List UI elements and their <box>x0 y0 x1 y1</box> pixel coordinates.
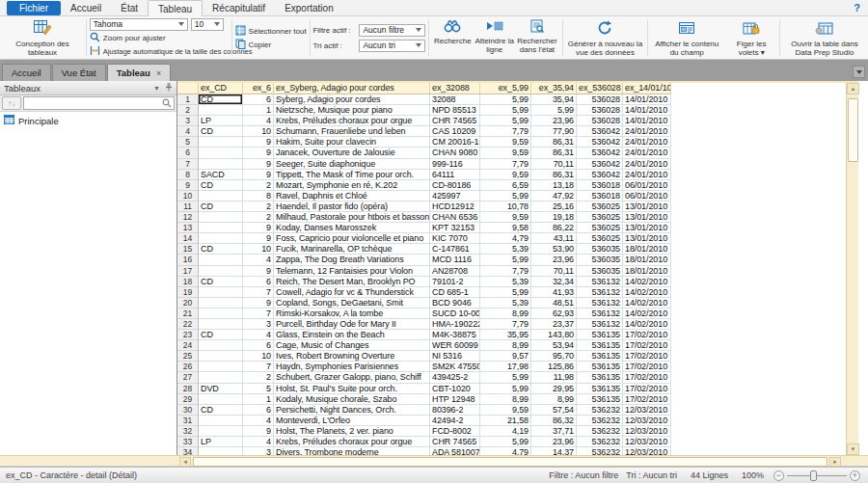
menu-tab-recapitulatif[interactable]: Récapitulatif <box>203 0 275 16</box>
table-cell[interactable]: 536018 <box>577 180 623 191</box>
table-cell[interactable]: 7 <box>243 309 274 319</box>
table-cell[interactable]: 536135 <box>577 362 623 372</box>
pin-icon[interactable] <box>165 82 173 94</box>
row-number[interactable]: 18 <box>177 277 199 287</box>
table-cell[interactable]: FCD-8002 <box>430 426 480 437</box>
table-cell[interactable]: 5,99 <box>480 437 531 447</box>
table-cell[interactable]: 14/02/2010 <box>623 319 671 330</box>
zoom-fit-button[interactable]: Zoom pour ajuster <box>90 31 229 44</box>
scroll-up-icon[interactable]: ▲ <box>847 83 859 94</box>
table-cell[interactable]: Cage, Music of Changes <box>274 340 430 351</box>
table-cell[interactable]: 5,99 <box>480 105 531 116</box>
table-cell[interactable]: Purcell, Birthday Ode for Mary II <box>274 319 430 330</box>
table-cell[interactable]: ADA 581007 <box>430 447 480 455</box>
table-cell[interactable] <box>199 351 243 362</box>
table-cell[interactable]: 21,58 <box>480 416 531 426</box>
table-cell[interactable]: 12/03/2010 <box>623 426 671 437</box>
table-cell[interactable]: HMA-190222 <box>430 319 480 330</box>
row-number[interactable]: 9 <box>177 180 199 191</box>
row-number[interactable]: 13 <box>177 223 199 233</box>
table-cell[interactable]: 23,96 <box>531 116 577 126</box>
table-cell[interactable]: 9 <box>243 298 274 309</box>
table-cell[interactable]: 9 <box>243 233 274 244</box>
table-cell[interactable]: CD-80186 <box>430 180 480 191</box>
row-number[interactable]: 5 <box>177 137 199 148</box>
table-cell[interactable]: CD <box>199 330 243 340</box>
table-cell[interactable]: 13/01/2010 <box>623 233 671 244</box>
table-cell[interactable]: 536232 <box>577 416 623 426</box>
table-cell[interactable]: CM 20016-16 <box>430 137 480 148</box>
table-cell[interactable]: 536232 <box>577 437 623 447</box>
table-cell[interactable]: 24/01/2010 <box>623 137 671 148</box>
table-cell[interactable]: CHAN 6536 <box>430 212 480 223</box>
table-cell[interactable]: 536232 <box>577 405 623 416</box>
table-list-item-principale[interactable]: Principale <box>0 114 176 127</box>
column-header[interactable]: ex_CD <box>199 83 243 94</box>
table-cell[interactable]: 4 <box>243 330 274 340</box>
table-cell[interactable]: 9,59 <box>480 212 531 223</box>
table-cell[interactable]: 1 <box>243 394 274 405</box>
table-cell[interactable]: CD <box>199 405 243 416</box>
table-cell[interactable]: 8,99 <box>480 309 531 319</box>
table-cell[interactable]: Janacek, Ouverture de Jalousie <box>274 148 430 158</box>
table-design-button[interactable]: Conception des tableaux <box>2 18 83 57</box>
table-cell[interactable]: 53,90 <box>531 244 577 255</box>
table-cell[interactable]: 5,39 <box>480 244 531 255</box>
table-cell[interactable]: 17/02/2010 <box>623 351 671 362</box>
table-cell[interactable]: NPD 85513 <box>430 105 480 116</box>
table-cell[interactable] <box>199 362 243 372</box>
table-cell[interactable]: HTP 12948 <box>430 394 480 405</box>
row-number[interactable]: 21 <box>177 309 199 319</box>
table-cell[interactable]: 536035 <box>577 244 623 255</box>
table-cell[interactable]: 125,86 <box>531 362 577 372</box>
table-cell[interactable]: 80396-2 <box>430 405 480 416</box>
table-cell[interactable]: 14/02/2010 <box>623 298 671 309</box>
filter-select[interactable]: Aucun filtre <box>359 24 424 37</box>
table-cell[interactable]: 12/03/2010 <box>623 405 671 416</box>
table-cell[interactable]: 536132 <box>577 309 623 319</box>
table-cell[interactable]: 536028 <box>577 94 623 105</box>
table-cell[interactable]: 12/03/2010 <box>623 447 671 455</box>
table-cell[interactable]: Fucik, Marinarella, OP tchèque <box>274 244 430 255</box>
font-size-select[interactable]: 10 <box>191 18 224 31</box>
table-cell[interactable]: 70,11 <box>531 159 577 170</box>
table-cell[interactable]: 24/01/2010 <box>623 170 671 180</box>
table-cell[interactable]: Reich, The Desert Man, Brooklyn PO <box>274 277 430 287</box>
scroll-down-icon[interactable]: ▼ <box>847 443 859 455</box>
help-icon[interactable]: ? <box>854 2 860 13</box>
table-cell[interactable] <box>199 233 243 244</box>
table-cell[interactable]: 2 <box>243 201 274 212</box>
table-cell[interactable]: 25,16 <box>531 201 577 212</box>
table-cell[interactable]: CD 685-1 <box>430 287 480 298</box>
table-cell[interactable]: CHR 74565 <box>430 116 480 126</box>
table-cell[interactable]: 2 <box>243 180 274 191</box>
table-cell[interactable]: Krebs, Préludes choraux pour orgue <box>274 437 430 447</box>
column-header[interactable]: ex_6 <box>243 83 274 94</box>
table-cell[interactable]: 18/01/2010 <box>623 266 671 277</box>
table-cell[interactable] <box>199 159 243 170</box>
table-cell[interactable]: 4,79 <box>480 233 531 244</box>
table-cell[interactable]: 9 <box>243 159 274 170</box>
show-field-content-button[interactable]: Afficher le contenu du champ <box>651 19 722 57</box>
table-cell[interactable]: 5,99 <box>480 255 531 265</box>
table-cell[interactable]: 9,59 <box>480 170 531 180</box>
table-cell[interactable]: 10 <box>243 126 274 137</box>
table-cell[interactable]: 6,59 <box>480 180 531 191</box>
tab-list-dropdown-button[interactable] <box>853 66 865 78</box>
search-report-button[interactable]: Rechercher dans l'état <box>515 17 558 58</box>
menu-tab-tableau[interactable]: Tableau <box>148 0 203 16</box>
table-cell[interactable]: 7,79 <box>480 319 531 330</box>
table-cell[interactable]: 6 <box>243 405 274 416</box>
table-cell[interactable]: Foss, Capricio pour violoncelle et piano <box>274 233 430 244</box>
freeze-panes-button[interactable]: Figer les volets ▾ <box>726 19 776 57</box>
table-cell[interactable]: 13,18 <box>531 180 577 191</box>
table-cell[interactable]: 19,18 <box>531 212 577 223</box>
row-number[interactable]: 12 <box>177 212 199 223</box>
table-cell[interactable]: 8,99 <box>480 394 531 405</box>
row-number[interactable]: 4 <box>177 126 199 137</box>
table-cell[interactable]: 86,22 <box>531 223 577 233</box>
table-cell[interactable]: CHAN 9080 <box>430 148 480 158</box>
table-cell[interactable]: Holst, The Planets, 2 ver. piano <box>274 426 430 437</box>
table-cell[interactable]: 42494-2 <box>430 416 480 426</box>
table-cell[interactable] <box>199 309 243 319</box>
